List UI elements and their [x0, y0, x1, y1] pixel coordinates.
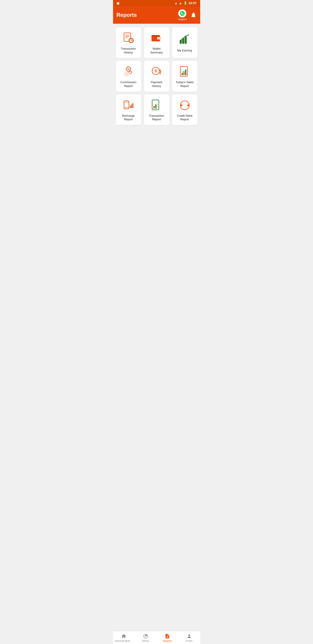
support-button[interactable]: Support — [178, 10, 187, 20]
app-header: Reports Support — [113, 6, 200, 24]
wallet-summary-icon — [150, 32, 163, 45]
svg-text:%: % — [127, 68, 130, 71]
card-todays-sales-report[interactable]: Today's SalesReport — [172, 61, 198, 92]
card-recharge-report[interactable]: Recharge Report — [116, 94, 141, 125]
nav-label-profile: Profile — [186, 640, 193, 642]
card-label-todays-sales-report: Today's SalesReport — [176, 80, 194, 88]
support-label: Support — [178, 18, 187, 20]
svg-point-11 — [158, 38, 159, 39]
svg-rect-30 — [132, 103, 133, 108]
card-label-wallet-summary: Wallet Summary — [146, 47, 167, 54]
notification-bell-icon[interactable] — [190, 12, 197, 18]
nav-label-others: Others — [142, 640, 149, 642]
my-earning-icon — [178, 34, 191, 46]
time-display: 10:57 — [189, 1, 197, 5]
payment-history-icon: $ — [150, 65, 163, 78]
card-my-earning[interactable]: My Earning — [172, 27, 198, 58]
transaction-history-icon — [122, 32, 135, 45]
svg-rect-14 — [185, 36, 187, 44]
person-icon — [187, 634, 192, 639]
status-left: ▣ — [117, 2, 119, 5]
credit-debit-report-icon — [178, 99, 191, 112]
todays-sales-report-icon — [178, 65, 191, 78]
svg-rect-22 — [183, 71, 185, 75]
nav-item-others[interactable]: Others — [135, 631, 157, 644]
svg-rect-29 — [131, 104, 132, 108]
card-label-credit-debit-report: Credit DebitReport — [177, 114, 192, 122]
wifi-icon: ▲ — [174, 1, 178, 5]
svg-point-0 — [180, 11, 185, 16]
home-icon — [121, 634, 126, 639]
recharge-report-icon — [122, 99, 135, 112]
card-wallet-summary[interactable]: Wallet Summary — [144, 27, 169, 58]
svg-rect-33 — [155, 104, 156, 108]
status-bar: ▣ ▲ ▲ 🔋 10:57 — [113, 0, 200, 6]
nav-item-home[interactable]: Harshali Multi ... — [113, 631, 135, 644]
nav-label-home: Harshali Multi ... — [115, 640, 133, 642]
bottom-navigation: Harshali Multi ... Others Reports — [113, 631, 200, 644]
svg-rect-21 — [182, 73, 183, 75]
card-label-transaction-history: TransactionHistory — [121, 47, 136, 54]
card-label-transaction-report: TransactionReport — [149, 114, 164, 122]
card-commission-report[interactable]: % CommissionReport — [116, 61, 141, 92]
svg-rect-13 — [182, 38, 184, 44]
battery-icon: 🔋 — [183, 1, 187, 5]
header-actions: Support — [178, 10, 197, 20]
card-label-my-earning: My Earning — [177, 49, 192, 52]
status-right: ▲ ▲ 🔋 10:57 — [174, 1, 197, 5]
page-title: Reports — [117, 12, 137, 18]
whatsapp-icon — [178, 10, 186, 18]
compass-icon — [143, 634, 148, 639]
card-label-commission-report: CommissionReport — [120, 80, 136, 88]
nav-item-reports[interactable]: Reports — [157, 631, 179, 644]
svg-rect-23 — [185, 70, 186, 75]
reports-grid: TransactionHistory Wallet Summary — [113, 24, 200, 128]
sim-icon: ▣ — [117, 2, 119, 5]
card-credit-debit-report[interactable]: Credit DebitReport — [172, 94, 198, 125]
nav-label-reports: Reports — [163, 640, 172, 642]
svg-text:$: $ — [155, 69, 157, 73]
card-label-payment-history: Payment History — [146, 80, 167, 88]
commission-report-icon: % — [122, 65, 135, 78]
signal-icon: ▲ — [179, 1, 182, 5]
svg-rect-28 — [130, 106, 131, 108]
nav-item-profile[interactable]: Profile — [178, 631, 200, 644]
transaction-report-icon — [150, 99, 163, 112]
svg-rect-32 — [153, 106, 155, 108]
card-transaction-report[interactable]: TransactionReport — [144, 94, 169, 125]
card-transaction-history[interactable]: TransactionHistory — [116, 27, 141, 58]
svg-rect-34 — [157, 103, 158, 108]
reports-icon — [165, 634, 170, 639]
card-label-recharge-report: Recharge Report — [118, 114, 139, 122]
card-payment-history[interactable]: $ Payment History — [144, 61, 169, 92]
